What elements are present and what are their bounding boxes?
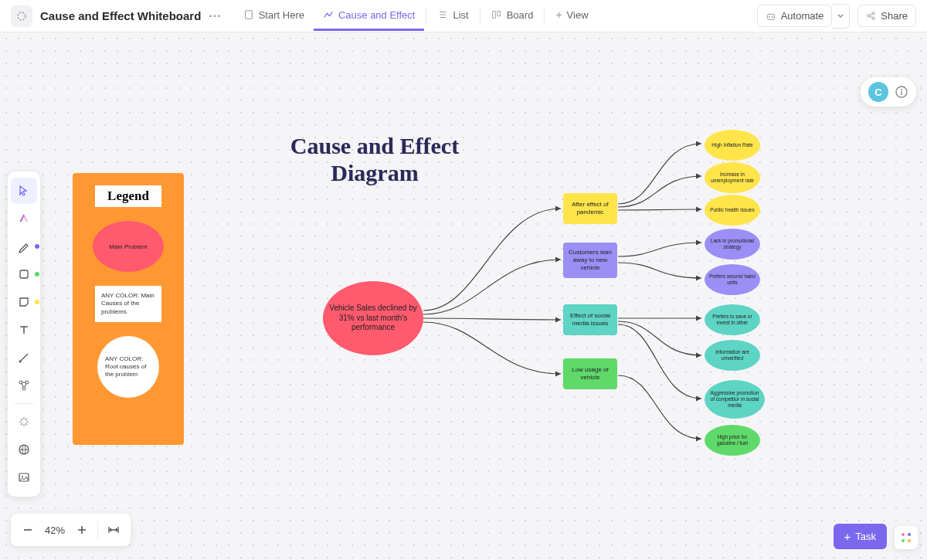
pen-tool[interactable] xyxy=(11,233,37,260)
board-icon xyxy=(491,9,502,20)
svg-point-7 xyxy=(868,15,870,17)
view-list[interactable]: List xyxy=(428,2,477,31)
cause-social-media[interactable]: Effect of social media issues xyxy=(563,304,617,335)
diagram-title[interactable]: Cause and Effect Diagram xyxy=(263,133,487,186)
legend-main-problem: Main Problem xyxy=(93,221,164,272)
svg-point-6 xyxy=(772,16,773,18)
sticky-tool[interactable] xyxy=(11,289,37,315)
text-tool[interactable] xyxy=(11,317,37,343)
root-competitor[interactable]: Aggressive promotion of competitor in so… xyxy=(705,380,765,419)
select-tool[interactable] xyxy=(11,178,37,204)
svg-point-5 xyxy=(769,16,770,18)
image-tool[interactable] xyxy=(11,464,37,490)
root-promo-strategy[interactable]: Lack in promotional strategy xyxy=(705,229,760,260)
root-second-hand[interactable]: Prefers second hand units xyxy=(705,264,760,295)
root-unemployment[interactable]: Increase in unemployment rate xyxy=(705,162,760,193)
legend-card[interactable]: Legend Main Problem ANY COLOR: Main Caus… xyxy=(73,173,184,445)
legend-title: Legend xyxy=(95,185,161,207)
root-public-health[interactable]: Public health issues xyxy=(705,195,760,226)
svg-point-0 xyxy=(18,12,25,20)
svg-point-20 xyxy=(22,476,23,477)
info-icon[interactable] xyxy=(895,85,908,99)
svg-rect-13 xyxy=(20,270,28,278)
root-fuel-price[interactable]: High price for gasoline / fuel xyxy=(705,425,760,456)
svg-rect-2 xyxy=(492,12,495,19)
cause-low-usage[interactable]: Low usage of vehicle xyxy=(563,358,617,389)
fit-to-screen-button[interactable] xyxy=(100,516,127,544)
svg-point-9 xyxy=(872,17,874,19)
zoom-out-button[interactable] xyxy=(14,516,42,544)
legend-root: ANY COLOR: Root causes of the problem xyxy=(97,336,159,398)
plus-icon: + xyxy=(555,8,562,21)
ai-tool[interactable] xyxy=(11,205,37,232)
svg-point-21 xyxy=(902,533,905,536)
main-problem-node[interactable]: Vehicle Sales declined by 31% vs last mo… xyxy=(323,281,423,355)
robot-icon xyxy=(766,11,776,22)
svg-rect-4 xyxy=(767,14,774,19)
svg-rect-1 xyxy=(245,11,252,19)
svg-rect-12 xyxy=(901,91,902,95)
zoom-bar: 42% xyxy=(11,514,131,546)
diagram-tool[interactable] xyxy=(11,372,37,399)
share-button[interactable]: Share xyxy=(857,5,916,27)
svg-point-23 xyxy=(902,539,905,542)
root-unverified[interactable]: Information are unverified xyxy=(705,340,760,371)
web-tool[interactable] xyxy=(11,436,37,463)
legend-causes: ANY COLOR: Main Causes of the problems xyxy=(95,286,161,322)
cause-pandemic[interactable]: After effect of pandemic xyxy=(563,193,617,224)
connector-tool[interactable] xyxy=(11,344,37,371)
svg-point-8 xyxy=(872,12,874,15)
whiteboard-icon xyxy=(323,9,334,20)
list-icon xyxy=(437,9,448,20)
cause-customers-lean[interactable]: Customers lean away to new vehicle xyxy=(563,243,617,278)
presence-bar: C xyxy=(861,77,916,107)
svg-point-22 xyxy=(908,533,911,536)
magic-tool[interactable] xyxy=(11,409,37,435)
more-icon[interactable]: ··· xyxy=(209,9,221,23)
apps-icon xyxy=(900,531,912,544)
zoom-in-button[interactable] xyxy=(68,516,96,544)
svg-point-24 xyxy=(908,539,911,542)
svg-point-17 xyxy=(22,387,25,390)
task-button[interactable]: + Task xyxy=(834,524,888,549)
apps-button[interactable] xyxy=(895,526,918,549)
view-start-here[interactable]: Start Here xyxy=(234,2,314,31)
svg-point-11 xyxy=(901,89,902,90)
views-bar: Start Here Cause and Effect List Board +… xyxy=(234,1,598,31)
root-save-invest[interactable]: Prefers to save or invest in other xyxy=(705,304,760,335)
svg-rect-3 xyxy=(497,12,501,16)
doc-icon xyxy=(243,9,254,20)
automate-chevron[interactable] xyxy=(832,4,850,29)
side-toolbar xyxy=(8,171,40,497)
top-bar: Cause and Effect Whiteboard ··· Start He… xyxy=(0,0,927,32)
document-title[interactable]: Cause and Effect Whiteboard xyxy=(40,9,201,22)
automate-button[interactable]: Automate xyxy=(757,5,833,27)
doc-icon xyxy=(11,5,32,27)
svg-point-14 xyxy=(19,361,22,363)
whiteboard-canvas[interactable]: C Cause and Effect Diagram Legend Main P… xyxy=(0,32,927,560)
plus-icon: + xyxy=(844,530,851,543)
shape-tool[interactable] xyxy=(11,261,37,287)
zoom-value[interactable]: 42% xyxy=(42,524,68,536)
root-inflation[interactable]: High Inflation Rate xyxy=(705,130,760,161)
user-avatar[interactable]: C xyxy=(868,82,888,102)
add-view[interactable]: + View xyxy=(546,1,597,31)
chevron-down-icon xyxy=(837,12,844,20)
view-cause-effect[interactable]: Cause and Effect xyxy=(314,2,425,31)
share-icon xyxy=(866,11,876,21)
view-board[interactable]: Board xyxy=(482,2,543,31)
